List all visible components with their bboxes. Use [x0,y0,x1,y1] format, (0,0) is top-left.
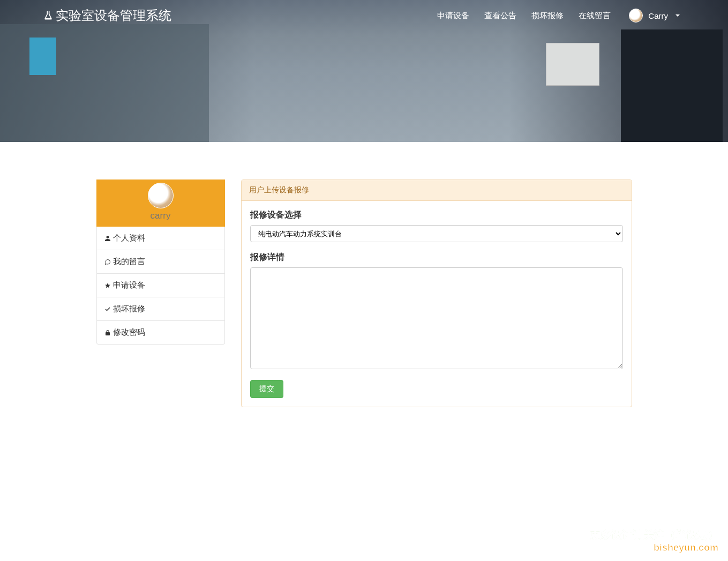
sidebar-item-repair[interactable]: 损坏报修 [97,297,224,321]
submit-button[interactable]: 提交 [250,380,283,398]
sidebar-menu: 个人资料 我的留言 申请设备 损坏报修 修改密码 [96,227,225,345]
hero-decor [29,38,56,75]
main-container: carry 个人资料 我的留言 申请设备 损坏报修 修改密码 [91,179,637,407]
hero-banner: 实验室设备管理系统 申请设备 查看公告 损坏报修 在线留言 Carry [0,0,728,142]
device-select[interactable]: 纯电动汽车动力系统实训台 [250,225,623,242]
user-icon [104,235,112,242]
nav-user-dropdown[interactable]: Carry [619,5,685,26]
chevron-down-icon [676,14,680,17]
brand[interactable]: 实验室设备管理系统 [43,7,171,24]
panel-body: 报修设备选择 纯电动汽车动力系统实训台 报修详情 提交 [242,201,632,407]
sidebar-item-label: 个人资料 [113,233,145,243]
panel-title: 用户上传设备报修 [242,180,632,201]
star-icon [104,282,112,289]
sidebar-item-password[interactable]: 修改密码 [97,321,224,344]
profile-username: carry [96,211,225,221]
sidebar-item-label: 修改密码 [113,327,145,338]
nav-view-notice[interactable]: 查看公告 [478,6,523,25]
flask-icon [43,10,54,21]
check-icon [104,306,112,312]
top-navbar: 实验室设备管理系统 申请设备 查看公告 损坏报修 在线留言 Carry [0,0,728,31]
nav-online-message[interactable]: 在线留言 [572,6,617,25]
sidebar-item-messages[interactable]: 我的留言 [97,250,224,274]
comment-icon [104,259,112,265]
brand-title: 实验室设备管理系统 [56,7,171,24]
form-panel: 用户上传设备报修 报修设备选择 纯电动汽车动力系统实训台 报修详情 提交 [241,179,632,407]
lock-icon [104,330,112,336]
detail-textarea[interactable] [250,267,623,369]
sidebar-item-label: 我的留言 [113,257,145,267]
avatar-icon [148,183,174,208]
sidebar-item-profile[interactable]: 个人资料 [97,227,224,250]
detail-label: 报修详情 [250,252,623,263]
device-select-label: 报修设备选择 [250,210,623,221]
avatar-icon [629,9,643,23]
hero-decor [621,29,723,142]
nav-damage-report[interactable]: 损坏报修 [525,6,570,25]
nav-username: Carry [648,11,668,20]
profile-card: carry [96,179,225,227]
sidebar-item-label: 损坏报修 [113,304,145,314]
sidebar: carry 个人资料 我的留言 申请设备 损坏报修 修改密码 [96,179,225,407]
nav-right: 申请设备 查看公告 损坏报修 在线留言 Carry [431,5,685,26]
hero-decor [546,43,599,86]
sidebar-item-apply[interactable]: 申请设备 [97,274,224,297]
sidebar-item-label: 申请设备 [113,280,145,290]
nav-apply-device[interactable]: 申请设备 [431,6,476,25]
